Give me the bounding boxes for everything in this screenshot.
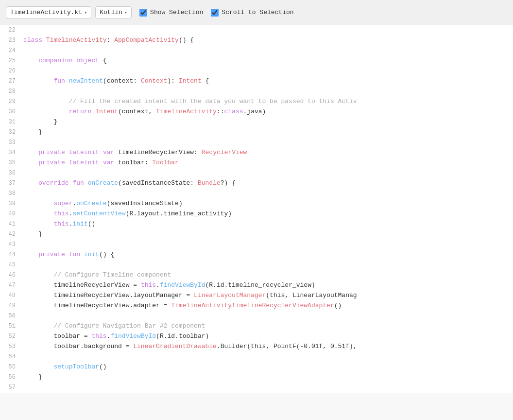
code-line: 37 override fun onCreate(savedInstanceSt… [0,178,513,189]
code-line: 44 private fun init() { [0,250,513,260]
file-dropdown[interactable]: TimelineActivity.kt ▾ [6,6,91,18]
code-line: 38 [0,189,513,199]
show-selection-label: Show Selection [150,9,203,16]
code-line: 45 [0,260,513,270]
code-line: 46 // Configure Timeline component [0,270,513,280]
scroll-to-selection-group: Scroll to Selection [211,9,293,17]
code-line: 42 } [0,229,513,240]
code-line: 40 this.setContentView(R.layout.timeline… [0,209,513,219]
code-line: 55 setupToolbar() [0,362,513,372]
code-line: 36 [0,168,513,178]
show-selection-checkbox[interactable] [139,9,147,17]
code-editor: 22 23 class TimelineActivity: AppCompatA… [0,25,513,393]
show-selection-group: Show Selection [139,9,203,17]
code-line: 49 timelineRecyclerView.adapter = Timeli… [0,301,513,311]
chevron-down-icon: ▾ [84,10,87,16]
code-line: 54 [0,352,513,362]
chevron-down-icon-lang: ▾ [124,10,127,16]
code-line: 23 class TimelineActivity: AppCompatActi… [0,35,513,46]
code-line: 22 [0,25,513,35]
code-line: 34 private lateinit var timelineRecycler… [0,148,513,158]
toolbar: TimelineActivity.kt ▾ Kotlin ▾ Show Sele… [0,0,513,25]
code-line: 28 [0,87,513,97]
code-line: 43 [0,240,513,250]
scroll-to-selection-checkbox[interactable] [211,9,219,17]
code-line: 24 [0,46,513,56]
code-line: 26 [0,66,513,76]
scroll-to-selection-label: Scroll to Selection [222,9,293,16]
code-line: 39 super.onCreate(savedInstanceState) [0,199,513,209]
code-line: 51 // Configure Navigation Bar #2 compon… [0,321,513,332]
code-line: 31 } [0,117,513,127]
code-line: 57 [0,383,513,393]
code-line: 32 } [0,127,513,138]
code-line: 53 toolbar.background = LinearGradientDr… [0,342,513,352]
code-line: 30 return Intent(context, TimelineActivi… [0,107,513,117]
code-line: 29 // Fill the created intent with the d… [0,97,513,107]
code-line: 27 fun newIntent(context: Context): Inte… [0,76,513,87]
lang-dropdown-label: Kotlin [100,9,122,16]
code-line: 41 this.init() [0,219,513,229]
lang-dropdown[interactable]: Kotlin ▾ [95,6,132,18]
code-line: 47 timelineRecyclerView = this.findViewB… [0,280,513,291]
code-line: 50 [0,311,513,321]
code-line: 25 companion object { [0,56,513,66]
code-line: 56 } [0,372,513,383]
file-dropdown-label: TimelineActivity.kt [10,9,82,16]
code-line: 33 [0,138,513,148]
code-line: 52 toolbar = this.findViewById(R.id.tool… [0,332,513,342]
code-line: 35 private lateinit var toolbar: Toolbar [0,158,513,168]
code-line: 48 timelineRecyclerView.layoutManager = … [0,291,513,301]
